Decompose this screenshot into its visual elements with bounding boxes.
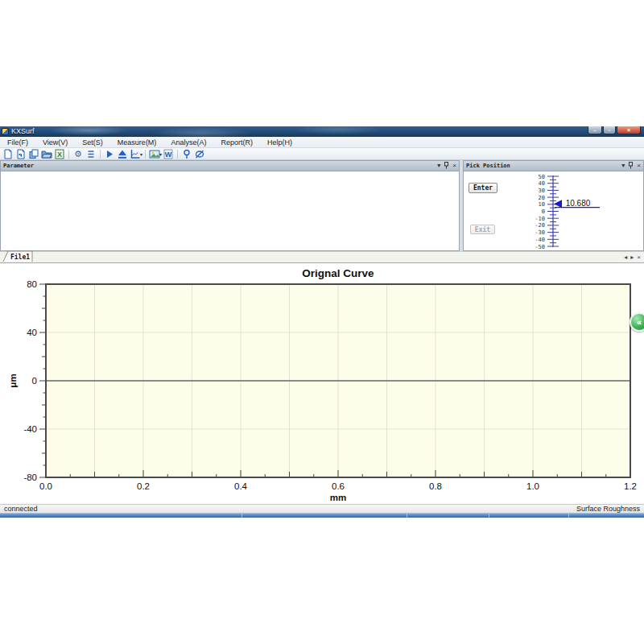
menu-viewv[interactable]: View(V) [35, 137, 75, 148]
pick-position-panel-body: Enter Exit 50403020100-10-20-30-40-5010.… [464, 171, 643, 250]
svg-text:30: 30 [539, 188, 545, 194]
toolbar-separator [145, 150, 146, 159]
connection-status: connected [4, 505, 38, 514]
toolbar-separator [68, 150, 69, 159]
settings-gear-icon[interactable]: ⚙ [72, 148, 85, 159]
lift-eject-icon[interactable] [116, 148, 129, 159]
panel-close-icon[interactable]: × [452, 163, 456, 169]
parameter-panel-header[interactable]: Parameter ▾ × [1, 161, 459, 171]
menu-bar: File(F)View(V)Set(S)Measure(M)Analyse(A)… [0, 137, 644, 148]
new-file-icon[interactable] [2, 148, 14, 159]
svg-text:40: 40 [27, 328, 37, 337]
panel-pin-icon[interactable] [444, 162, 449, 171]
svg-text:-50: -50 [535, 244, 545, 250]
kxsurf-window: KXSurf – ▫ × File(F)View(V)Set(S)Measure… [0, 126, 644, 518]
svg-text:0: 0 [32, 376, 37, 386]
svg-text:-10: -10 [535, 216, 545, 222]
dock-panels: Parameter ▾ × Pick Position ▾ × Enter [0, 160, 644, 251]
svg-text:1.0: 1.0 [526, 481, 539, 491]
window-title: KXSurf [11, 126, 35, 137]
panel-close-icon[interactable]: × [637, 163, 641, 169]
toolbar-separator [177, 150, 178, 159]
svg-text:-30: -30 [535, 229, 545, 236]
svg-text:Orignal Curve: Orignal Curve [302, 267, 374, 279]
pick-position-panel-header[interactable]: Pick Position ▾ × [464, 161, 643, 171]
svg-text:X: X [57, 151, 62, 159]
menu-filef[interactable]: File(F) [0, 137, 35, 148]
status-bar: connected Surface Roughness [0, 504, 644, 513]
panel-dropdown-icon[interactable]: ▾ [437, 163, 440, 169]
svg-text:50: 50 [539, 174, 545, 180]
tab-scroll-left-icon[interactable]: ◂ [624, 253, 627, 262]
open-file-icon[interactable] [14, 148, 27, 159]
position-ruler: 50403020100-10-20-30-40-5010.680 [464, 171, 644, 251]
pick-position-panel: Pick Position ▾ × Enter Exit 50403020100… [463, 160, 644, 251]
panel-pin-icon[interactable] [628, 162, 634, 171]
mode-status: Surface Roughness [576, 505, 640, 514]
svg-text:0.0: 0.0 [39, 481, 52, 491]
parameter-panel-title: Parameter [1, 163, 34, 169]
svg-text:-20: -20 [535, 222, 545, 229]
svg-text:0.8: 0.8 [429, 481, 442, 491]
svg-text:W: W [165, 151, 172, 159]
parameter-panel: Parameter ▾ × [0, 160, 460, 251]
svg-text:0: 0 [542, 208, 545, 215]
original-curve-chart: Orignal Curve0.00.20.40.60.81.01.280400-… [0, 263, 644, 504]
pick-position-panel-title: Pick Position [464, 163, 510, 169]
toolbar: X⚙▾▾W [0, 148, 644, 160]
svg-text:-40: -40 [23, 424, 37, 434]
svg-text:1.2: 1.2 [624, 481, 637, 491]
svg-text:40: 40 [539, 180, 545, 187]
svg-text:20: 20 [539, 195, 545, 201]
save-copy-icon[interactable] [27, 148, 40, 159]
svg-text:80: 80 [27, 279, 37, 289]
app-icon [2, 128, 9, 135]
svg-text:10: 10 [539, 201, 545, 208]
chart-area: Orignal Curve0.00.20.40.60.81.01.280400-… [0, 263, 644, 504]
svg-text:0.6: 0.6 [332, 481, 345, 491]
clear-icon[interactable] [193, 148, 206, 159]
open-folder-icon[interactable] [40, 148, 53, 159]
windows-taskbar[interactable] [0, 513, 644, 518]
menu-sets[interactable]: Set(S) [75, 137, 110, 148]
minimize-button[interactable]: – [588, 126, 602, 134]
title-bar[interactable]: KXSurf – ▫ × [0, 126, 644, 137]
svg-text:mm: mm [330, 493, 346, 502]
svg-text:-80: -80 [23, 473, 37, 482]
window-controls: – ▫ × [588, 126, 641, 134]
curve-select-icon-dropdown[interactable]: ▾ [140, 151, 142, 157]
tab-scroll-right-icon[interactable]: ▸ [630, 253, 634, 262]
maximize-button[interactable]: ▫ [603, 126, 616, 134]
svg-text:10.680: 10.680 [566, 199, 591, 208]
parameter-panel-body [1, 171, 459, 250]
svg-text:0.4: 0.4 [234, 481, 248, 491]
svg-text:File1: File1 [10, 253, 30, 261]
menu-analysea[interactable]: Analyse(A) [163, 137, 213, 148]
document-tab-bar: File1 ◂ ▸ × [0, 251, 644, 263]
menu-measurem[interactable]: Measure(M) [110, 137, 164, 148]
panel-dropdown-icon[interactable]: ▾ [621, 163, 625, 169]
excel-export-icon[interactable]: X [53, 148, 66, 159]
tab-close-icon[interactable]: × [637, 253, 641, 262]
word-report-icon[interactable]: W [162, 148, 175, 159]
probe-position-icon[interactable] [180, 148, 193, 159]
close-button[interactable]: × [617, 126, 641, 134]
parameter-list-icon[interactable] [85, 148, 97, 159]
svg-text:μm: μm [8, 374, 18, 387]
menu-helph[interactable]: Help(H) [260, 137, 299, 148]
start-measure-icon[interactable] [103, 148, 116, 159]
file-tab[interactable]: File1 [0, 250, 97, 262]
svg-text:0.2: 0.2 [137, 481, 150, 491]
toolbar-separator [100, 150, 101, 159]
svg-text:-40: -40 [535, 237, 545, 243]
menu-reportr[interactable]: Report(R) [213, 137, 260, 148]
panel-expand-handle[interactable]: « [630, 312, 644, 332]
